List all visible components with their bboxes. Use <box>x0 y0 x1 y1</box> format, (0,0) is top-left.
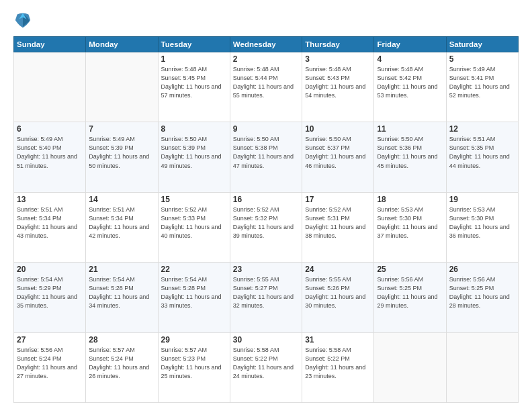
day-number: 31 <box>305 335 371 345</box>
day-number: 14 <box>89 195 154 204</box>
day-info: Sunrise: 5:51 AM Sunset: 5:34 PM Dayligh… <box>17 205 83 240</box>
calendar-cell: 8Sunrise: 5:50 AM Sunset: 5:39 PM Daylig… <box>158 122 230 192</box>
day-number: 26 <box>449 265 515 274</box>
calendar-cell: 15Sunrise: 5:52 AM Sunset: 5:33 PM Dayli… <box>158 192 230 262</box>
day-number: 20 <box>17 265 83 274</box>
calendar-cell: 24Sunrise: 5:55 AM Sunset: 5:26 PM Dayli… <box>302 263 374 332</box>
day-number: 29 <box>161 335 227 345</box>
day-info: Sunrise: 5:54 AM Sunset: 5:29 PM Dayligh… <box>17 275 83 310</box>
calendar-cell: 13Sunrise: 5:51 AM Sunset: 5:34 PM Dayli… <box>14 192 86 262</box>
day-info: Sunrise: 5:48 AM Sunset: 5:44 PM Dayligh… <box>233 65 299 100</box>
calendar-cell <box>14 52 86 122</box>
calendar-week-row: 13Sunrise: 5:51 AM Sunset: 5:34 PM Dayli… <box>14 192 519 262</box>
day-number: 7 <box>89 124 154 134</box>
day-info: Sunrise: 5:48 AM Sunset: 5:45 PM Dayligh… <box>161 65 227 100</box>
calendar-cell: 27Sunrise: 5:56 AM Sunset: 5:24 PM Dayli… <box>14 332 86 402</box>
day-info: Sunrise: 5:56 AM Sunset: 5:25 PM Dayligh… <box>449 275 515 310</box>
calendar-week-row: 1Sunrise: 5:48 AM Sunset: 5:45 PM Daylig… <box>14 52 519 122</box>
day-header-wednesday: Wednesday <box>230 37 302 52</box>
header <box>13 11 519 30</box>
day-info: Sunrise: 5:56 AM Sunset: 5:25 PM Dayligh… <box>377 275 443 310</box>
day-number: 12 <box>449 124 515 134</box>
calendar-cell: 16Sunrise: 5:52 AM Sunset: 5:32 PM Dayli… <box>230 192 302 262</box>
calendar-week-row: 6Sunrise: 5:49 AM Sunset: 5:40 PM Daylig… <box>14 122 519 192</box>
day-info: Sunrise: 5:50 AM Sunset: 5:38 PM Dayligh… <box>233 135 299 170</box>
day-info: Sunrise: 5:52 AM Sunset: 5:32 PM Dayligh… <box>233 205 299 240</box>
day-info: Sunrise: 5:55 AM Sunset: 5:26 PM Dayligh… <box>305 275 371 310</box>
day-number: 3 <box>305 54 371 64</box>
day-number: 27 <box>17 335 83 345</box>
calendar-cell: 21Sunrise: 5:54 AM Sunset: 5:28 PM Dayli… <box>86 263 158 332</box>
page: SundayMondayTuesdayWednesdayThursdayFrid… <box>0 0 532 411</box>
calendar-cell: 18Sunrise: 5:53 AM Sunset: 5:30 PM Dayli… <box>374 192 446 262</box>
day-number: 4 <box>377 54 443 64</box>
day-info: Sunrise: 5:49 AM Sunset: 5:41 PM Dayligh… <box>449 65 515 100</box>
calendar-cell: 30Sunrise: 5:58 AM Sunset: 5:22 PM Dayli… <box>230 332 302 402</box>
calendar-cell: 31Sunrise: 5:58 AM Sunset: 5:22 PM Dayli… <box>302 332 374 402</box>
day-info: Sunrise: 5:53 AM Sunset: 5:30 PM Dayligh… <box>377 205 443 240</box>
day-header-monday: Monday <box>86 37 158 52</box>
day-number: 9 <box>233 124 299 134</box>
day-number: 28 <box>89 335 154 345</box>
day-info: Sunrise: 5:55 AM Sunset: 5:27 PM Dayligh… <box>233 275 299 310</box>
calendar-cell: 7Sunrise: 5:49 AM Sunset: 5:39 PM Daylig… <box>86 122 158 192</box>
calendar-cell <box>446 332 518 402</box>
calendar-cell: 1Sunrise: 5:48 AM Sunset: 5:45 PM Daylig… <box>158 52 230 122</box>
calendar-cell <box>86 52 158 122</box>
calendar-cell: 6Sunrise: 5:49 AM Sunset: 5:40 PM Daylig… <box>14 122 86 192</box>
calendar-cell: 26Sunrise: 5:56 AM Sunset: 5:25 PM Dayli… <box>446 263 518 332</box>
calendar-cell: 2Sunrise: 5:48 AM Sunset: 5:44 PM Daylig… <box>230 52 302 122</box>
calendar-cell: 25Sunrise: 5:56 AM Sunset: 5:25 PM Dayli… <box>374 263 446 332</box>
calendar-cell: 28Sunrise: 5:57 AM Sunset: 5:24 PM Dayli… <box>86 332 158 402</box>
day-number: 25 <box>377 265 443 274</box>
day-number: 22 <box>161 265 227 274</box>
calendar-header-row: SundayMondayTuesdayWednesdayThursdayFrid… <box>14 37 519 52</box>
calendar-week-row: 27Sunrise: 5:56 AM Sunset: 5:24 PM Dayli… <box>14 332 519 402</box>
day-number: 16 <box>233 195 299 204</box>
day-number: 8 <box>161 124 227 134</box>
day-info: Sunrise: 5:54 AM Sunset: 5:28 PM Dayligh… <box>89 275 154 310</box>
day-info: Sunrise: 5:49 AM Sunset: 5:39 PM Dayligh… <box>89 135 154 170</box>
calendar-cell: 12Sunrise: 5:51 AM Sunset: 5:35 PM Dayli… <box>446 122 518 192</box>
logo <box>13 11 36 30</box>
day-number: 1 <box>161 54 227 64</box>
day-number: 23 <box>233 265 299 274</box>
day-header-saturday: Saturday <box>446 37 518 52</box>
day-header-friday: Friday <box>374 37 446 52</box>
day-info: Sunrise: 5:48 AM Sunset: 5:43 PM Dayligh… <box>305 65 371 100</box>
calendar-cell: 14Sunrise: 5:51 AM Sunset: 5:34 PM Dayli… <box>86 192 158 262</box>
day-number: 13 <box>17 195 83 204</box>
day-info: Sunrise: 5:58 AM Sunset: 5:22 PM Dayligh… <box>233 346 299 381</box>
calendar-body: 1Sunrise: 5:48 AM Sunset: 5:45 PM Daylig… <box>14 52 519 403</box>
calendar-cell: 4Sunrise: 5:48 AM Sunset: 5:42 PM Daylig… <box>374 52 446 122</box>
day-number: 5 <box>449 54 515 64</box>
day-number: 24 <box>305 265 371 274</box>
day-info: Sunrise: 5:48 AM Sunset: 5:42 PM Dayligh… <box>377 65 443 100</box>
day-info: Sunrise: 5:51 AM Sunset: 5:34 PM Dayligh… <box>89 205 154 240</box>
day-info: Sunrise: 5:49 AM Sunset: 5:40 PM Dayligh… <box>17 135 83 170</box>
calendar-cell: 10Sunrise: 5:50 AM Sunset: 5:37 PM Dayli… <box>302 122 374 192</box>
day-info: Sunrise: 5:54 AM Sunset: 5:28 PM Dayligh… <box>161 275 227 310</box>
day-number: 15 <box>161 195 227 204</box>
calendar-cell: 3Sunrise: 5:48 AM Sunset: 5:43 PM Daylig… <box>302 52 374 122</box>
calendar-header: SundayMondayTuesdayWednesdayThursdayFrid… <box>14 37 519 52</box>
day-info: Sunrise: 5:57 AM Sunset: 5:23 PM Dayligh… <box>161 346 227 381</box>
calendar-cell: 20Sunrise: 5:54 AM Sunset: 5:29 PM Dayli… <box>14 263 86 332</box>
day-number: 17 <box>305 195 371 204</box>
day-info: Sunrise: 5:57 AM Sunset: 5:24 PM Dayligh… <box>89 346 154 381</box>
calendar-cell: 9Sunrise: 5:50 AM Sunset: 5:38 PM Daylig… <box>230 122 302 192</box>
day-info: Sunrise: 5:50 AM Sunset: 5:39 PM Dayligh… <box>161 135 227 170</box>
day-number: 21 <box>89 265 154 274</box>
day-header-sunday: Sunday <box>14 37 86 52</box>
calendar-cell <box>374 332 446 402</box>
logo-icon <box>13 11 32 30</box>
day-info: Sunrise: 5:52 AM Sunset: 5:33 PM Dayligh… <box>161 205 227 240</box>
day-number: 10 <box>305 124 371 134</box>
day-info: Sunrise: 5:50 AM Sunset: 5:36 PM Dayligh… <box>377 135 443 170</box>
day-number: 30 <box>233 335 299 345</box>
calendar-table: SundayMondayTuesdayWednesdayThursdayFrid… <box>13 36 519 403</box>
calendar-cell: 11Sunrise: 5:50 AM Sunset: 5:36 PM Dayli… <box>374 122 446 192</box>
calendar-cell: 29Sunrise: 5:57 AM Sunset: 5:23 PM Dayli… <box>158 332 230 402</box>
day-number: 6 <box>17 124 83 134</box>
day-header-tuesday: Tuesday <box>158 37 230 52</box>
